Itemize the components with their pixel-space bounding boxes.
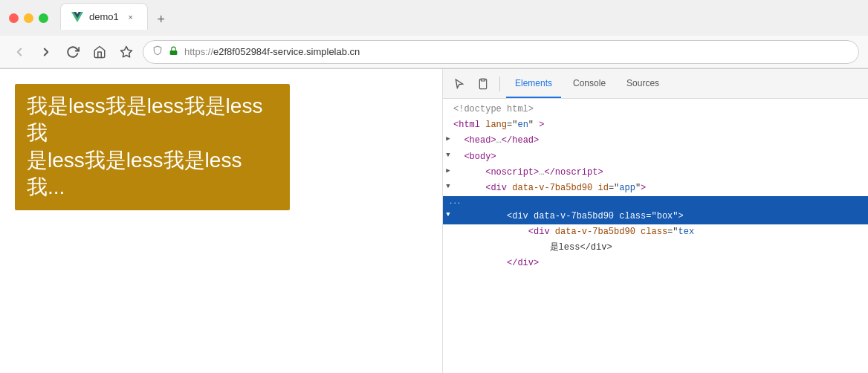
minimize-window-button[interactable] — [24, 13, 33, 23]
tab-elements[interactable]: Elements — [506, 69, 561, 98]
new-tab-button[interactable]: + — [151, 9, 172, 30]
vue-icon — [71, 11, 83, 23]
svg-rect-1 — [170, 50, 178, 54]
code-line-highlighted-div: ▼ <div data-v-7ba5bd90 class="box"> — [443, 209, 868, 224]
tab-close-button[interactable]: × — [125, 11, 137, 23]
address-bar[interactable]: https://e2f8f052984f-service.simplelab.c… — [143, 40, 859, 64]
devtools-cursor-icon[interactable] — [449, 74, 470, 94]
devtools-device-icon[interactable] — [473, 74, 493, 94]
code-line-close-div: </div> — [443, 256, 868, 271]
tab-console[interactable]: Console — [564, 69, 615, 98]
code-line-text-div: <div data-v-7ba5bd90 class="tex — [443, 224, 868, 240]
shield-icon — [152, 45, 163, 58]
url-host: e2f8f052984f-service.simplelab.cn — [213, 46, 360, 57]
navigation-bar: https://e2f8f052984f-service.simplelab.c… — [0, 36, 868, 68]
tab-bar: demo1 × + — [60, 6, 859, 30]
devtools-tab-separator — [499, 77, 500, 91]
tab-sources[interactable]: Sources — [618, 69, 668, 98]
close-window-button[interactable] — [9, 13, 19, 23]
back-button[interactable] — [9, 42, 30, 62]
code-line-less-content: 是less</div> — [443, 240, 868, 256]
reload-button[interactable] — [62, 42, 83, 62]
devtools-tabs: Elements Console Sources — [443, 69, 868, 99]
forward-button[interactable] — [36, 42, 56, 62]
code-line-6: ▼ <div data-v-7ba5bd90 id="app"> — [443, 181, 868, 196]
devtools-panel: Elements Console Sources <!doctype html>… — [442, 69, 868, 373]
code-line-2: <html lang="en" > — [443, 117, 868, 133]
browser-chrome: demo1 × + — [0, 0, 868, 69]
url-https: https:// — [184, 46, 213, 57]
page-content: 我是less我是less我是less我是less我是less我是less我... — [0, 69, 442, 373]
devtools-code-view[interactable]: <!doctype html> <html lang="en" > ▶ <hea… — [443, 99, 868, 373]
code-line-3: ▶ <head>…</head> — [443, 133, 868, 149]
lock-icon — [169, 46, 178, 58]
code-line-1: <!doctype html> — [443, 102, 868, 117]
less-demo-box: 我是less我是less我是less我是less我是less我是less我... — [15, 84, 290, 210]
code-line-4: ▼ <body> — [443, 149, 868, 165]
svg-marker-0 — [121, 46, 132, 56]
url-text: https://e2f8f052984f-service.simplelab.c… — [184, 46, 849, 57]
title-bar: demo1 × + — [0, 0, 868, 36]
main-layout: 我是less我是less我是less我是less我是less我是less我...… — [0, 69, 868, 373]
code-line-5: ▶ <noscript>…</noscript> — [443, 165, 868, 181]
code-line-dots: ... — [443, 196, 868, 208]
tab-title: demo1 — [89, 11, 119, 22]
home-button[interactable] — [89, 42, 110, 62]
traffic-lights — [9, 13, 48, 23]
svg-rect-3 — [481, 79, 485, 81]
browser-tab[interactable]: demo1 × — [60, 3, 148, 30]
bookmark-button[interactable] — [116, 42, 137, 62]
maximize-window-button[interactable] — [39, 13, 48, 23]
